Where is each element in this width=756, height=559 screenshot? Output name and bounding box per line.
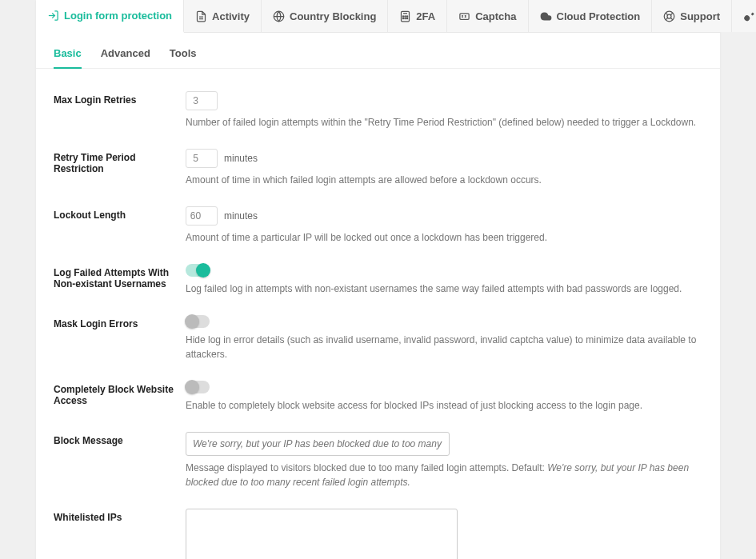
top-tab-captcha[interactable]: Captcha — [447, 0, 528, 32]
top-tab-label: Captcha — [475, 10, 516, 22]
top-tab-support[interactable]: Support — [652, 0, 732, 32]
top-tab-label: 2FA — [416, 10, 435, 22]
captcha-icon — [458, 10, 470, 22]
svg-line-17 — [670, 13, 673, 15]
top-tab-label: Activity — [212, 10, 250, 22]
sub-tab-advanced[interactable]: Advanced — [101, 47, 150, 68]
top-tab-label: Cloud Protection — [557, 10, 641, 22]
top-tab-globe[interactable]: Country Blocking — [262, 0, 388, 32]
key-icon — [743, 10, 755, 22]
input-retry-period[interactable] — [186, 149, 218, 168]
toggle-log-failed[interactable] — [186, 264, 210, 277]
svg-point-9 — [403, 18, 404, 18]
unit-retry-period: minutes — [224, 153, 258, 164]
desc-lockout: Amount of time a particular IP will be l… — [186, 230, 702, 245]
textarea-whitelist[interactable] — [186, 509, 458, 559]
support-icon — [663, 10, 675, 22]
sub-tabs: BasicAdvancedTools — [36, 33, 720, 69]
sub-tab-tools[interactable]: Tools — [170, 47, 197, 68]
svg-line-16 — [670, 18, 673, 20]
label-max-retries: Max Login Retries — [54, 91, 186, 106]
label-log-failed: Log Failed Attempts With Non-existant Us… — [54, 264, 186, 289]
top-tab-label: Login form protection — [64, 10, 172, 22]
input-max-retries[interactable] — [186, 91, 218, 110]
desc-retry-period: Amount of time in which failed login att… — [186, 173, 702, 187]
label-block-access: Completely Block Website Access — [54, 381, 186, 406]
calc-icon — [399, 10, 411, 22]
label-whitelist: Whitelisted IPs — [54, 509, 186, 523]
top-tab-login[interactable]: Login form protection — [36, 0, 184, 33]
globe-icon — [273, 10, 285, 22]
desc-mask-errors: Hide log in error details (such as inval… — [186, 333, 702, 361]
desc-block-access: Enable to completely block website acces… — [186, 398, 702, 413]
label-retry-period: Retry Time Period Restriction — [54, 149, 186, 174]
toggle-block-access[interactable] — [186, 381, 210, 393]
activity-icon — [195, 10, 207, 22]
svg-line-15 — [666, 13, 668, 15]
desc-max-retries: Number of failed login attempts within t… — [186, 115, 702, 130]
input-lockout[interactable] — [186, 206, 218, 226]
sub-tab-basic[interactable]: Basic — [54, 47, 82, 69]
unit-lockout: minutes — [224, 210, 258, 222]
svg-point-8 — [407, 15, 408, 16]
top-tab-cloud[interactable]: Cloud Protection — [529, 0, 653, 32]
top-tabs: Login form protectionActivityCountry Blo… — [36, 0, 720, 33]
desc-block-message: Message displayed to visitors blocked du… — [186, 461, 702, 489]
svg-point-6 — [403, 15, 404, 16]
label-lockout: Lockout Length — [54, 206, 186, 221]
label-mask-errors: Mask Login Errors — [54, 315, 186, 329]
top-tab-activity[interactable]: Activity — [184, 0, 262, 32]
svg-point-14 — [667, 14, 671, 18]
cloud-icon — [540, 10, 552, 22]
toggle-mask-errors[interactable] — [186, 315, 210, 328]
svg-line-18 — [666, 18, 668, 20]
desc-log-failed: Log failed log in attempts with non-exis… — [186, 281, 702, 296]
top-tab-label: Support — [680, 10, 720, 22]
svg-point-7 — [405, 15, 406, 16]
top-tab-key[interactable]: License — [732, 0, 756, 32]
input-block-message[interactable] — [186, 432, 450, 456]
svg-point-11 — [407, 18, 408, 18]
svg-rect-12 — [460, 13, 469, 19]
top-tab-calc[interactable]: 2FA — [388, 0, 447, 32]
login-icon — [47, 10, 59, 22]
label-block-message: Block Message — [54, 432, 186, 446]
top-tab-label: Country Blocking — [290, 10, 376, 22]
svg-point-10 — [405, 18, 406, 18]
